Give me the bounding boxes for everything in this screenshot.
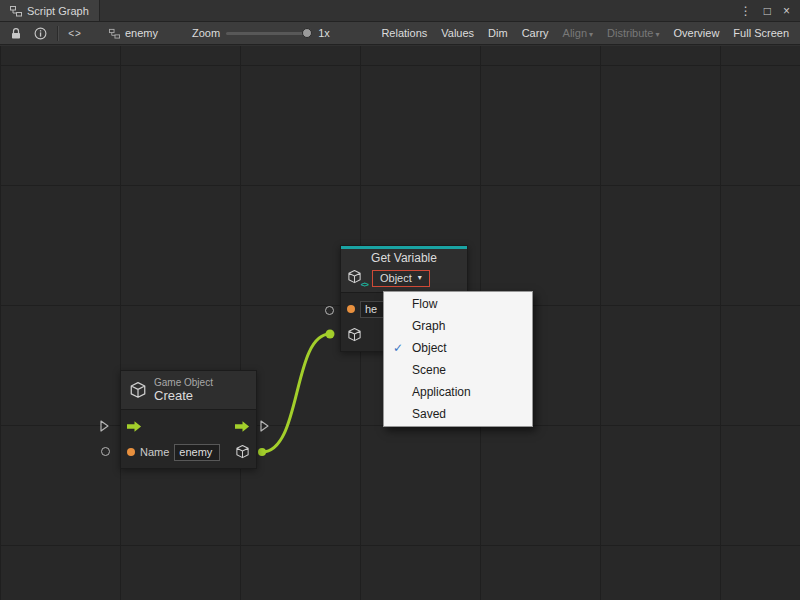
- zoom-control: Zoom 1x: [192, 27, 330, 39]
- graph-asset-icon: [109, 28, 120, 39]
- node-header: Game Object Create: [121, 371, 256, 409]
- chevron-down-icon: ▾: [589, 30, 593, 39]
- toolbar-buttons: Relations Values Dim Carry Align▾ Distri…: [374, 22, 796, 44]
- zoom-slider-knob[interactable]: [302, 28, 312, 38]
- node-title: Create: [154, 388, 213, 403]
- flow-out-arrow-icon[interactable]: [235, 421, 250, 432]
- menu-item-saved[interactable]: Saved: [384, 403, 532, 425]
- menu-item-graph[interactable]: Graph: [384, 315, 532, 337]
- close-button[interactable]: ×: [777, 4, 796, 18]
- menu-item-application[interactable]: Application: [384, 381, 532, 403]
- script-graph-icon: [10, 5, 22, 17]
- dim-button[interactable]: Dim: [481, 22, 515, 45]
- menu-item-object[interactable]: ✓ Object: [384, 337, 532, 359]
- node-title: Get Variable: [341, 249, 467, 266]
- code-view-button[interactable]: <>: [63, 24, 87, 43]
- node-create[interactable]: Game Object Create Nam: [120, 370, 257, 469]
- graph-name-label: enemy: [125, 27, 158, 39]
- window-menu-button[interactable]: ⋮: [734, 4, 758, 18]
- maximize-button[interactable]: □: [758, 4, 777, 18]
- node-category: Game Object: [154, 377, 213, 388]
- gameobject-cube-icon: [347, 327, 362, 343]
- distribute-button: Distribute▾: [600, 22, 666, 45]
- align-button: Align▾: [556, 22, 600, 45]
- title-bar: Script Graph ⋮ □ ×: [0, 0, 800, 22]
- gameobject-output-icon[interactable]: [235, 444, 250, 460]
- get-variable-name-port[interactable]: [325, 306, 334, 315]
- variable-kind-dropdown[interactable]: Object ▾: [372, 270, 430, 287]
- overview-button[interactable]: Overview: [667, 22, 727, 45]
- graph-breadcrumb[interactable]: enemy: [109, 27, 158, 39]
- graph-canvas[interactable]: Get Variable <> Object ▾: [0, 46, 800, 600]
- chevron-down-icon: ▾: [656, 30, 660, 39]
- menu-item-scene[interactable]: Scene: [384, 359, 532, 381]
- port-label: Name: [140, 446, 169, 458]
- window-controls: ⋮ □ ×: [734, 0, 800, 21]
- variable-kind-row: <> Object ▾: [341, 266, 467, 292]
- fullscreen-button[interactable]: Full Screen: [726, 22, 796, 45]
- check-icon: ✓: [384, 341, 412, 355]
- create-flow-in-port[interactable]: [100, 420, 109, 432]
- create-name-port[interactable]: [101, 447, 110, 456]
- menu-item-flow[interactable]: Flow: [384, 293, 532, 315]
- flow-in-arrow-icon[interactable]: [127, 421, 142, 432]
- zoom-slider[interactable]: [226, 32, 312, 35]
- node-body: Name: [121, 409, 256, 468]
- zoom-value: 1x: [318, 27, 330, 39]
- lock-button[interactable]: [4, 24, 28, 43]
- toolbar-separator: [57, 26, 58, 41]
- carry-button[interactable]: Carry: [515, 22, 556, 45]
- gameobject-cube-icon: [129, 381, 147, 400]
- create-flow-out-port[interactable]: [260, 420, 269, 432]
- zoom-label: Zoom: [192, 27, 220, 39]
- code-badge-icon: <>: [361, 280, 368, 289]
- string-value-port[interactable]: [347, 305, 355, 313]
- relations-button[interactable]: Relations: [374, 22, 434, 45]
- tab-label: Script Graph: [27, 5, 89, 17]
- variable-cube-icon: <>: [347, 269, 367, 287]
- variable-kind-menu: Flow Graph ✓ Object Scene Application Sa…: [383, 291, 533, 427]
- chevron-down-icon: ▾: [418, 273, 422, 282]
- tab-script-graph[interactable]: Script Graph: [0, 0, 100, 21]
- string-value-port[interactable]: [127, 448, 135, 456]
- name-value-input[interactable]: [174, 444, 220, 461]
- values-button[interactable]: Values: [434, 22, 481, 45]
- graph-toolbar: <> enemy Zoom 1x Relations Values Dim Ca…: [0, 22, 800, 45]
- info-button[interactable]: [28, 24, 52, 43]
